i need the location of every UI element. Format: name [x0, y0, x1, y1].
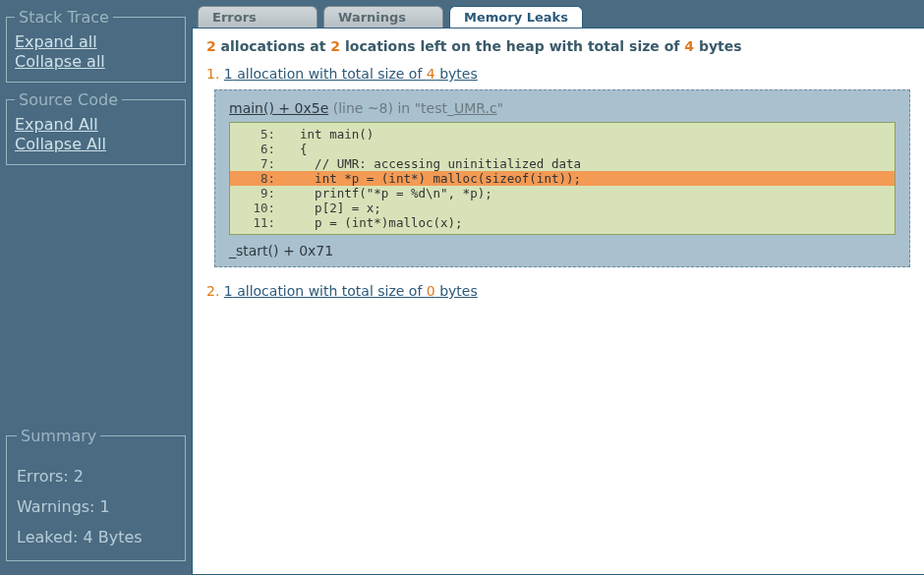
frame-1-header: main() + 0x5e (line ~8) in "test_UMR.c"	[229, 100, 895, 116]
code-line: 9: printf("*p = %d\n", *p);	[230, 186, 895, 201]
leak-summary-heading: 2 allocations at 2 locations left on the…	[206, 38, 910, 54]
line-number: 10:	[238, 201, 285, 215]
stack-trace-panel: Stack Trace Expand all Collapse all	[6, 8, 186, 83]
line-number: 5:	[238, 127, 285, 142]
summary-legend: Summary	[17, 427, 100, 445]
frame-1-file-link[interactable]: UMR.c	[454, 100, 497, 116]
allocation-2-header: 2. 1 allocation with total size of 0 byt…	[206, 283, 910, 299]
code-line: 8: int *p = (int*) malloc(sizeof(int));	[230, 171, 895, 186]
source-snippet: 5: int main()6: {7: // UMR: accessing un…	[229, 122, 895, 235]
code-text: int *p = (int*) malloc(sizeof(int));	[285, 171, 581, 186]
source-code-panel: Source Code Expand All Collapse All	[6, 90, 186, 165]
summary-errors: Errors: 2	[17, 467, 175, 486]
tab-bar: Errors Warnings Memory Leaks	[192, 6, 924, 28]
content-pane: 2 allocations at 2 locations left on the…	[192, 28, 924, 575]
line-number: 7:	[238, 156, 285, 171]
code-line: 5: int main()	[230, 127, 895, 142]
expand-all-source-link[interactable]: Expand All	[15, 115, 177, 135]
heading-bytes: 4	[684, 38, 694, 54]
expand-all-stack-link[interactable]: Expand all	[15, 32, 177, 52]
code-text: p[2] = x;	[285, 201, 381, 215]
tab-memory-leaks[interactable]: Memory Leaks	[449, 6, 583, 28]
heading-alloc-count: 2	[206, 38, 216, 54]
frame-2-label: _start() + 0x71	[229, 243, 895, 259]
code-text: p = (int*)malloc(x);	[285, 215, 463, 230]
summary-warnings: Warnings: 1	[17, 497, 175, 516]
tab-warnings[interactable]: Warnings	[323, 6, 443, 28]
line-number: 8:	[238, 171, 285, 186]
code-text: {	[285, 142, 308, 156]
code-text: int main()	[285, 127, 374, 142]
allocation-1-header: 1. 1 allocation with total size of 4 byt…	[206, 66, 910, 82]
line-number: 6:	[238, 142, 285, 156]
sidebar-spacer	[6, 173, 186, 427]
code-text: printf("*p = %d\n", *p);	[285, 186, 492, 201]
collapse-all-source-link[interactable]: Collapse All	[15, 135, 177, 154]
line-number: 9:	[238, 186, 285, 201]
sidebar: Stack Trace Expand all Collapse all Sour…	[0, 0, 192, 575]
code-line: 6: {	[230, 142, 895, 156]
line-number: 11:	[238, 215, 285, 230]
collapse-all-stack-link[interactable]: Collapse all	[15, 52, 177, 72]
frame-1-function-link[interactable]: main() + 0x5e	[229, 100, 328, 116]
summary-leaked: Leaked: 4 Bytes	[17, 528, 175, 546]
stack-trace-legend: Stack Trace	[15, 8, 113, 27]
tab-errors[interactable]: Errors	[198, 6, 318, 28]
allocation-1-link[interactable]: 1 allocation with total size of 4 bytes	[224, 66, 478, 82]
code-line: 7: // UMR: accessing uninitialized data	[230, 156, 895, 171]
source-code-legend: Source Code	[15, 90, 122, 109]
stack-block-1: main() + 0x5e (line ~8) in "test_UMR.c" …	[214, 89, 910, 267]
code-text: // UMR: accessing uninitialized data	[285, 156, 581, 171]
code-line: 11: p = (int*)malloc(x);	[230, 215, 895, 230]
main-area: Errors Warnings Memory Leaks 2 allocatio…	[192, 0, 924, 575]
heading-loc-count: 2	[330, 38, 340, 54]
summary-panel: Summary Errors: 2 Warnings: 1 Leaked: 4 …	[6, 427, 186, 561]
code-line: 10: p[2] = x;	[230, 201, 895, 215]
allocation-2-link[interactable]: 1 allocation with total size of 0 bytes	[224, 283, 478, 299]
